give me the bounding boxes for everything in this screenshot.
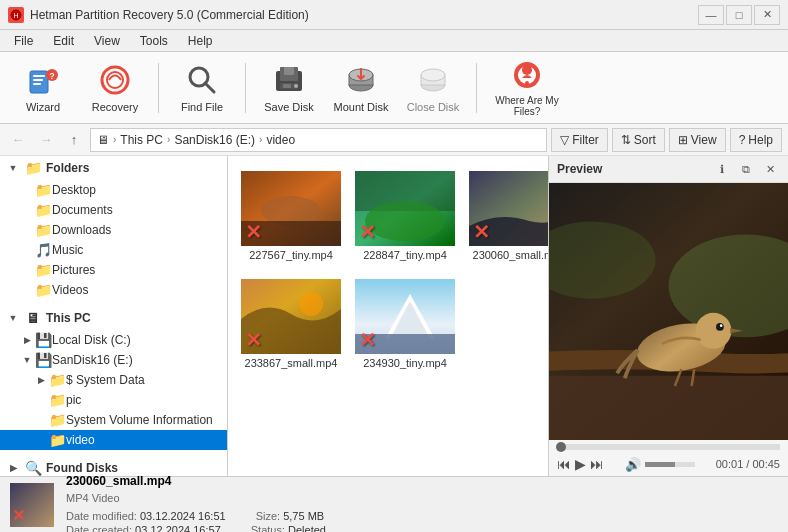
view-button[interactable]: ⊞ View xyxy=(669,128,726,152)
breadcrumb-sandisk[interactable]: SanDisk16 (E:) xyxy=(174,133,255,147)
breadcrumb-thispc[interactable]: This PC xyxy=(120,133,163,147)
file-item-1[interactable]: ✕ 228847_tiny.mp4 xyxy=(350,164,460,268)
media-fastforward-button[interactable]: ⏭ xyxy=(590,456,604,472)
sidebar-item-pictures[interactable]: 📁 Pictures xyxy=(0,260,227,280)
maximize-button[interactable]: □ xyxy=(726,5,752,25)
toolbar-sep-2 xyxy=(245,63,246,113)
file-item-2[interactable]: ✕ 230060_small.mp4 xyxy=(464,164,548,268)
deleted-x-1: ✕ xyxy=(359,222,376,242)
back-button[interactable]: ← xyxy=(6,128,30,152)
menubar: File Edit View Tools Help xyxy=(0,30,788,52)
forward-button[interactable]: → xyxy=(34,128,58,152)
status-file-thumb: ✕ xyxy=(10,483,54,527)
menu-edit[interactable]: Edit xyxy=(45,32,82,50)
deleted-x-0: ✕ xyxy=(245,222,262,242)
status-date-modified: Date modified: 03.12.2024 16:51 xyxy=(66,510,226,522)
media-play-button[interactable]: ▶ xyxy=(575,456,586,472)
wheremyfiles-button[interactable]: Where Are My Files? xyxy=(487,58,567,118)
status-filetype: MP4 Video xyxy=(66,492,120,504)
mountdisk-button[interactable]: Mount Disk xyxy=(328,58,394,118)
titlebar: H Hetman Partition Recovery 5.0 (Commerc… xyxy=(0,0,788,30)
preview-video xyxy=(549,183,788,440)
status-size: Size: 5,75 MB xyxy=(256,510,325,522)
recovery-label: Recovery xyxy=(92,101,138,113)
sidebar-item-sysvolinfo[interactable]: 📁 System Volume Information xyxy=(0,410,227,430)
folders-list: 📁 Desktop 📁 Documents 📁 Downloads 🎵 Musi… xyxy=(0,180,227,300)
file-thumb-0: ✕ xyxy=(241,171,341,246)
svg-point-26 xyxy=(522,65,532,75)
deleted-x-3: ✕ xyxy=(245,330,262,350)
closedisk-label: Close Disk xyxy=(407,101,460,113)
sidebar-item-sandisk[interactable]: ▼ 💾 SanDisk16 (E:) xyxy=(0,350,227,370)
titlebar-title: Hetman Partition Recovery 5.0 (Commercia… xyxy=(30,8,309,22)
file-thumb-1: ✕ xyxy=(355,171,455,246)
sort-button[interactable]: ⇅ Sort xyxy=(612,128,665,152)
toolbar-sep-1 xyxy=(158,63,159,113)
menu-tools[interactable]: Tools xyxy=(132,32,176,50)
file-thumb-2: ✕ xyxy=(469,171,548,246)
close-button[interactable]: ✕ xyxy=(754,5,780,25)
breadcrumb-sep-2: › xyxy=(167,134,170,145)
findfile-label: Find File xyxy=(181,101,223,113)
findfile-button[interactable]: Find File xyxy=(169,58,235,118)
volume-icon: 🔊 xyxy=(625,457,641,472)
preview-close-button[interactable]: ✕ xyxy=(760,160,780,178)
wheremyfiles-label: Where Are My Files? xyxy=(492,95,562,117)
wizard-button[interactable]: ? Wizard xyxy=(10,58,76,118)
sidebar-section-folders[interactable]: ▼ 📁 Folders xyxy=(0,156,227,180)
svg-point-27 xyxy=(525,81,529,85)
preview-progress-thumb xyxy=(556,442,566,452)
sidebar-item-videos[interactable]: 📁 Videos xyxy=(0,280,227,300)
thispc-toggle: ▼ xyxy=(6,310,20,326)
up-button[interactable]: ↑ xyxy=(62,128,86,152)
menu-file[interactable]: File xyxy=(6,32,41,50)
wheremyfiles-icon xyxy=(509,58,545,92)
svg-rect-44 xyxy=(549,376,788,440)
file-name-2: 230060_small.mp4 xyxy=(473,249,548,261)
sidebar-item-music[interactable]: 🎵 Music xyxy=(0,240,227,260)
recovery-button[interactable]: Recovery xyxy=(82,58,148,118)
sidebar-section-thispc[interactable]: ▼ 🖥 This PC xyxy=(0,306,227,330)
preview-title: Preview xyxy=(557,162,602,176)
filter-button[interactable]: ▽ Filter xyxy=(551,128,608,152)
menu-view[interactable]: View xyxy=(86,32,128,50)
svg-point-48 xyxy=(720,324,723,327)
breadcrumb[interactable]: 🖥 › This PC › SanDisk16 (E:) › video xyxy=(90,128,547,152)
file-item-4[interactable]: ✕ 234930_tiny.mp4 xyxy=(350,272,460,376)
volume-bar[interactable] xyxy=(645,462,695,467)
svg-rect-17 xyxy=(283,84,291,88)
sidebar-item-documents[interactable]: 📁 Documents xyxy=(0,200,227,220)
file-item-3[interactable]: ✕ 233867_small.mp4 xyxy=(236,272,346,376)
status-info: 230060_small.mp4 MP4 Video Date modified… xyxy=(66,474,778,533)
sidebar-item-desktop[interactable]: 📁 Desktop xyxy=(0,180,227,200)
folders-section-icon: 📁 xyxy=(24,160,42,176)
menu-help[interactable]: Help xyxy=(180,32,221,50)
preview-popout-button[interactable]: ⧉ xyxy=(736,160,756,178)
sidebar-item-video[interactable]: 📁 video xyxy=(0,430,227,450)
sidebar: ▼ 📁 Folders 📁 Desktop 📁 Documents 📁 Down… xyxy=(0,156,228,476)
svg-rect-2 xyxy=(30,71,48,93)
svg-text:H: H xyxy=(13,12,18,19)
media-rewind-button[interactable]: ⏮ xyxy=(557,456,571,472)
preview-progress-bar-container[interactable] xyxy=(557,444,780,450)
svg-point-36 xyxy=(299,292,323,316)
help-button[interactable]: ? Help xyxy=(730,128,782,152)
filter-icon: ▽ xyxy=(560,133,569,147)
file-name-3: 233867_small.mp4 xyxy=(245,357,338,369)
file-item-0[interactable]: ✕ 227567_tiny.mp4 xyxy=(236,164,346,268)
breadcrumb-video[interactable]: video xyxy=(266,133,295,147)
sidebar-item-downloads[interactable]: 📁 Downloads xyxy=(0,220,227,240)
svg-rect-5 xyxy=(33,83,41,85)
sidebar-item-systemdata[interactable]: ▶ 📁 $ System Data xyxy=(0,370,227,390)
savedisk-button[interactable]: Save Disk xyxy=(256,58,322,118)
sidebar-item-pic[interactable]: 📁 pic xyxy=(0,390,227,410)
breadcrumb-sep-1: › xyxy=(113,134,116,145)
sidebar-item-localc[interactable]: ▶ 💾 Local Disk (C:) xyxy=(0,330,227,350)
preview-info-button[interactable]: ℹ xyxy=(712,160,732,178)
founddisks-toggle: ▶ xyxy=(6,460,20,476)
findfile-icon xyxy=(184,63,220,98)
svg-text:?: ? xyxy=(49,71,55,81)
minimize-button[interactable]: — xyxy=(698,5,724,25)
closedisk-button[interactable]: Close Disk xyxy=(400,58,466,118)
status-row-1: Date modified: 03.12.2024 16:51 Size: 5,… xyxy=(66,510,778,522)
